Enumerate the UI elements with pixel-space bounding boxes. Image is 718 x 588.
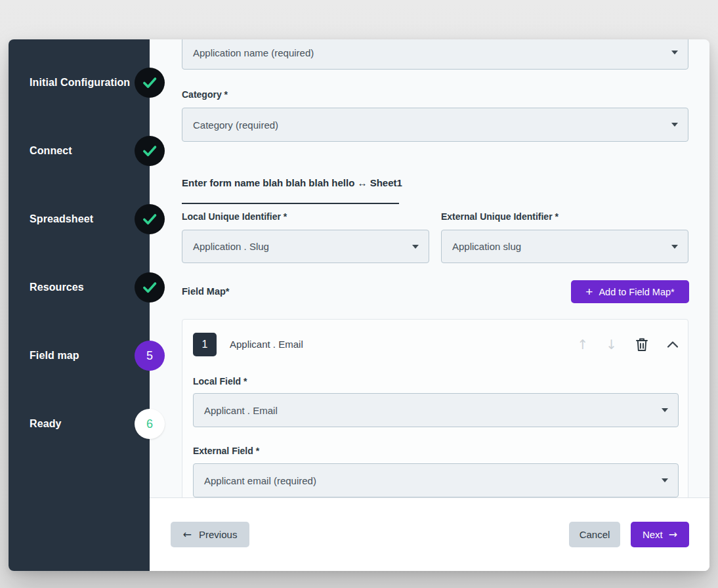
step-done-circle bbox=[135, 272, 165, 303]
field-map-item-actions: ↑ ↓ bbox=[577, 334, 679, 355]
wizard-content: Application name (required) Category * C… bbox=[150, 39, 709, 571]
step-label: Connect bbox=[30, 145, 72, 157]
field-map-label: Field Map* bbox=[182, 286, 230, 297]
step-initial-configuration[interactable]: Initial Configuration bbox=[30, 68, 165, 98]
move-up-icon[interactable]: ↑ bbox=[577, 337, 588, 352]
category-label: Category * bbox=[182, 89, 228, 100]
external-unique-identifier-select[interactable]: Application slug bbox=[441, 230, 688, 263]
check-icon bbox=[141, 211, 158, 228]
stepper-sidebar: Initial Configuration Connect Spreadshee… bbox=[9, 39, 150, 571]
footer-right-actions: Cancel Next → bbox=[569, 522, 689, 547]
local-field-select[interactable]: Applicant . Email bbox=[193, 393, 679, 427]
next-button-label: Next bbox=[643, 529, 663, 540]
form-name-underline bbox=[182, 203, 399, 204]
wizard-modal: Initial Configuration Connect Spreadshee… bbox=[9, 39, 709, 571]
step-done-circle bbox=[135, 136, 165, 166]
add-to-field-map-label: Add to Field Map* bbox=[599, 287, 674, 297]
step-label: Spreadsheet bbox=[30, 213, 93, 225]
category-value: Category (required) bbox=[193, 119, 278, 131]
step-current-circle: 5 bbox=[135, 341, 165, 371]
step-upcoming-circle: 6 bbox=[135, 409, 165, 439]
external-field-value: Applicant email (required) bbox=[204, 475, 316, 486]
right-arrow-icon: → bbox=[669, 528, 677, 541]
application-name-value: Application name (required) bbox=[193, 47, 314, 58]
collapse-field-map-item-button[interactable] bbox=[667, 341, 679, 348]
external-field-select[interactable]: Applicant email (required) bbox=[193, 463, 679, 497]
step-spreadsheet[interactable]: Spreadsheet bbox=[30, 204, 165, 234]
step-ready[interactable]: Ready 6 bbox=[30, 409, 165, 439]
dropdown-caret-icon bbox=[412, 245, 419, 249]
move-down-icon[interactable]: ↓ bbox=[606, 337, 617, 352]
trash-icon bbox=[635, 337, 649, 352]
previous-button-label: Previous bbox=[199, 529, 237, 540]
dropdown-caret-icon bbox=[662, 478, 668, 482]
external-unique-identifier-value: Application slug bbox=[452, 241, 521, 252]
category-select[interactable]: Category (required) bbox=[182, 108, 688, 142]
add-to-field-map-button[interactable]: + Add to Field Map* bbox=[571, 280, 689, 303]
step-label: Field map bbox=[30, 350, 79, 362]
check-icon bbox=[141, 279, 158, 296]
page-background: Initial Configuration Connect Spreadshee… bbox=[0, 0, 718, 588]
field-map-index-badge: 1 bbox=[193, 333, 217, 356]
field-map-item-card: 1 Applicant . Email ↑ ↓ bbox=[182, 319, 688, 497]
step-label: Ready bbox=[30, 418, 62, 430]
chevron-up-icon bbox=[667, 341, 679, 348]
external-field-label: External Field * bbox=[193, 446, 259, 456]
field-map-item-title: Applicant . Email bbox=[230, 339, 303, 350]
dropdown-caret-icon bbox=[671, 51, 678, 54]
cancel-button[interactable]: Cancel bbox=[569, 522, 620, 547]
check-icon bbox=[141, 142, 158, 159]
delete-field-map-item-button[interactable] bbox=[635, 337, 649, 352]
step-done-circle bbox=[135, 204, 165, 234]
local-unique-identifier-label: Local Unique Identifier * bbox=[182, 211, 287, 222]
left-arrow-icon: ← bbox=[183, 528, 192, 541]
local-unique-identifier-value: Application . Slug bbox=[193, 241, 269, 252]
form-scroll-area: Application name (required) Category * C… bbox=[150, 39, 709, 497]
local-field-label: Local Field * bbox=[193, 376, 247, 387]
previous-button[interactable]: ← Previous bbox=[171, 522, 249, 547]
plus-icon: + bbox=[585, 285, 593, 298]
next-button[interactable]: Next → bbox=[631, 522, 689, 547]
step-done-circle bbox=[135, 68, 165, 98]
external-unique-identifier-label: External Unique Identifier * bbox=[441, 211, 559, 222]
check-icon bbox=[141, 74, 158, 91]
application-name-select[interactable]: Application name (required) bbox=[182, 39, 688, 70]
local-field-value: Applicant . Email bbox=[204, 405, 278, 416]
step-resources[interactable]: Resources bbox=[30, 272, 165, 303]
step-label: Initial Configuration bbox=[30, 77, 130, 89]
step-field-map[interactable]: Field map 5 bbox=[30, 341, 165, 371]
dropdown-caret-icon bbox=[671, 245, 678, 249]
step-label: Resources bbox=[30, 282, 84, 293]
cancel-button-label: Cancel bbox=[580, 529, 610, 540]
local-unique-identifier-select[interactable]: Application . Slug bbox=[182, 230, 429, 263]
wizard-footer: ← Previous Cancel Next → bbox=[150, 497, 709, 571]
dropdown-caret-icon bbox=[662, 408, 668, 412]
form-name-input[interactable]: Enter form name blah blah blah hello ↔ S… bbox=[182, 177, 402, 188]
dropdown-caret-icon bbox=[671, 123, 678, 127]
step-connect[interactable]: Connect bbox=[30, 136, 165, 166]
